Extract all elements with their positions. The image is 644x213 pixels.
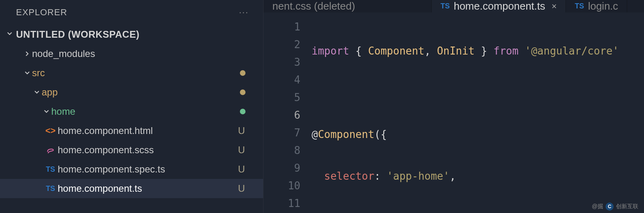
logo-icon: C (606, 203, 614, 211)
folder-app[interactable]: app (0, 83, 263, 102)
file-label: home.component.html (58, 125, 237, 136)
more-actions-icon[interactable]: ··· (239, 7, 249, 18)
git-untracked-badge: U (237, 125, 246, 136)
line-number: 9 (264, 159, 312, 177)
file-label: home.component.spec.ts (58, 164, 237, 175)
explorer-header: EXPLORER ··· (0, 0, 263, 25)
line-number: 3 (264, 53, 312, 71)
line-number: 10 (264, 177, 312, 195)
editor-tabs: nent.css (deleted) TS home.component.ts … (264, 0, 644, 12)
git-untracked-badge: U (237, 164, 246, 175)
tab-deleted-file[interactable]: nent.css (deleted) (264, 0, 432, 12)
ts-file-icon: TS (575, 2, 584, 10)
folder-label: app (42, 87, 240, 98)
git-untracked-badge: U (237, 183, 246, 194)
file-home-component-spec-ts[interactable]: TS home.component.spec.ts U (0, 160, 263, 179)
file-home-component-ts[interactable]: TS home.component.ts U (0, 179, 263, 198)
tab-label: login.c (588, 0, 618, 12)
folder-home[interactable]: home (0, 102, 263, 121)
tab-login[interactable]: TS login.c (566, 0, 627, 12)
editor-pane: nent.css (deleted) TS home.component.ts … (264, 0, 644, 213)
chevron-down-icon (6, 30, 13, 39)
code-line: import { Component, OnInit } from '@angu… (312, 42, 644, 60)
workspace-header[interactable]: UNTITLED (WORKSPACE) (0, 25, 263, 44)
code-content[interactable]: import { Component, OnInit } from '@angu… (312, 12, 644, 213)
chevron-down-icon (32, 89, 42, 95)
folder-src[interactable]: src (0, 63, 263, 83)
chevron-down-icon (42, 108, 51, 115)
tab-label: nent.css (deleted) (272, 0, 355, 12)
untracked-dot-icon (240, 109, 246, 114)
folder-label: node_modules (32, 48, 255, 59)
file-label: home.component.scss (58, 144, 237, 156)
line-number: 6 (264, 106, 312, 124)
sass-file-icon (43, 146, 58, 154)
folder-label: src (32, 67, 240, 79)
explorer-title: EXPLORER (16, 7, 67, 18)
code-line (312, 84, 644, 101)
ts-file-icon: TS (43, 165, 58, 174)
file-home-component-scss[interactable]: home.component.scss U (0, 140, 263, 160)
file-home-component-html[interactable]: <> home.component.html U (0, 121, 263, 140)
line-number: 11 (264, 195, 312, 212)
chevron-right-icon (22, 51, 32, 57)
watermark: @掘 C 创新互联 (592, 203, 638, 211)
folder-label: home (51, 106, 240, 117)
tab-home-component-ts[interactable]: TS home.component.ts × (432, 0, 566, 12)
line-number: 5 (264, 89, 312, 106)
line-number: 1 (264, 18, 312, 36)
chevron-down-icon (22, 70, 32, 76)
line-number: 4 (264, 71, 312, 89)
tab-label: home.component.ts (454, 0, 545, 12)
file-tree: node_modules src app home (0, 44, 263, 198)
code-line: @Component({ (312, 126, 644, 143)
modified-dot-icon (240, 70, 246, 76)
code-area[interactable]: 1 2 3 4 5 6 7 8 9 10 11 import { Compone… (264, 12, 644, 213)
file-label: home.component.ts (58, 183, 237, 194)
line-number: 8 (264, 142, 312, 159)
close-icon[interactable]: × (551, 1, 557, 12)
html-file-icon: <> (43, 126, 58, 136)
workspace-title: UNTITLED (WORKSPACE) (16, 29, 139, 40)
line-number-gutter: 1 2 3 4 5 6 7 8 9 10 11 (264, 12, 312, 213)
git-untracked-badge: U (237, 144, 246, 156)
ts-file-icon: TS (441, 2, 450, 10)
folder-node-modules[interactable]: node_modules (0, 44, 263, 63)
modified-dot-icon (240, 89, 246, 95)
explorer-sidebar: EXPLORER ··· UNTITLED (WORKSPACE) node_m… (0, 0, 264, 213)
line-number: 2 (264, 36, 312, 53)
line-number: 7 (264, 124, 312, 142)
ts-file-icon: TS (43, 185, 58, 193)
code-line: selector: 'app-home', (312, 167, 644, 185)
